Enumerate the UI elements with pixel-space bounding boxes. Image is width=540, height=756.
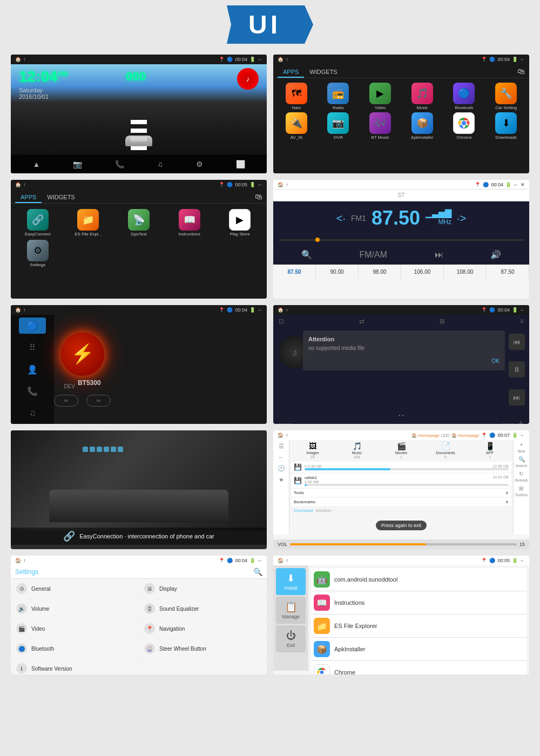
- fm-back-btn[interactable]: ←: [520, 433, 525, 438]
- app-apk[interactable]: 📦 ApkInstaller: [402, 112, 442, 140]
- expand-icon[interactable]: ⬜: [236, 160, 245, 168]
- settings-video[interactable]: 🎬 Video: [11, 619, 139, 639]
- installer-item-esfile[interactable]: 📁 ES File Explorer: [311, 615, 526, 638]
- settings-volume[interactable]: 🔊 Volume: [11, 599, 139, 619]
- fm-app[interactable]: 📱 APP 7: [468, 442, 511, 459]
- bt-tab-calls[interactable]: 📞: [19, 383, 46, 399]
- app-radio[interactable]: 📻 Radio: [319, 83, 359, 110]
- freq-item-5[interactable]: 108.00: [444, 265, 487, 279]
- nav-icon[interactable]: ▲: [32, 160, 40, 168]
- freq-item-6[interactable]: 87.50: [487, 265, 529, 279]
- bt-tab-apps[interactable]: ⠿: [19, 339, 46, 355]
- settings-back-btn[interactable]: ←: [258, 558, 262, 563]
- app-chrome[interactable]: Chrome: [444, 112, 484, 140]
- camera-icon[interactable]: 📷: [73, 160, 82, 168]
- radio-tuning-slider[interactable]: [273, 235, 529, 245]
- app-instructions[interactable]: 📖 Instructions: [166, 209, 213, 237]
- freq-item-1[interactable]: 87.50: [273, 265, 316, 279]
- installer-btn-manage[interactable]: 📋 Manage: [276, 597, 306, 624]
- settings-search-icon[interactable]: 🔍: [253, 568, 262, 576]
- search-icon[interactable]: 🔍: [301, 249, 312, 260]
- freq-item-2[interactable]: 90.00: [316, 265, 359, 279]
- app-music[interactable]: 🎵 Music: [402, 83, 442, 110]
- apps-back[interactable]: ←: [520, 57, 525, 62]
- skip-next-btn[interactable]: ⏭: [509, 389, 525, 406]
- installer-btn-install[interactable]: ⬇ Install: [276, 568, 306, 595]
- skip-prev-btn[interactable]: ⏮: [509, 334, 525, 350]
- bt-tab-contacts[interactable]: 👤: [19, 361, 46, 377]
- tab-apps[interactable]: APPS: [278, 67, 304, 78]
- settings-steer[interactable]: 🎡 Steer Wheel Button: [139, 639, 267, 659]
- music-list-icon[interactable]: ≡: [520, 318, 524, 325]
- app-esfile[interactable]: 📁 ES File Expl...: [65, 209, 112, 237]
- app-playstore[interactable]: ▶ Play Store: [216, 209, 264, 237]
- installer-item-apk[interactable]: 📦 ApkInstaller: [311, 638, 526, 661]
- app-bt-music[interactable]: 🎶 BT Music: [360, 112, 400, 140]
- fm-search-icon[interactable]: 🔍Search: [515, 456, 527, 468]
- app-bluetooth[interactable]: 🔵 Bluetooth: [444, 83, 484, 110]
- settings-bt[interactable]: 🔵 Bluetooth: [11, 639, 139, 659]
- installer-back-btn[interactable]: ←: [520, 558, 525, 563]
- tab-widgets[interactable]: WIDGETS: [304, 67, 342, 78]
- settings-display[interactable]: 🖥 Display: [139, 579, 267, 599]
- bt-btn-1[interactable]: ∞: [54, 395, 78, 407]
- app-avin[interactable]: 🔌 AV_IN: [276, 112, 316, 140]
- music-shuffle-icon[interactable]: ⇄: [359, 318, 364, 325]
- bt-tab-music[interactable]: ♫: [19, 405, 46, 421]
- bt-btn-2[interactable]: ∞: [86, 395, 111, 407]
- radio-close[interactable]: ✕: [521, 182, 525, 187]
- app-downloads[interactable]: ⬇ Downloads: [486, 112, 526, 140]
- fm-drive-0[interactable]: 💾 0 5.30 GB 12.58 GB: [291, 462, 511, 473]
- fm-new-icon[interactable]: +New: [517, 442, 525, 454]
- store-icon2[interactable]: 🛍: [255, 192, 262, 201]
- installer-item-instructions[interactable]: 📖 Instructions: [311, 591, 526, 615]
- fm-bookmarks-row[interactable]: Bookmarks ∧: [291, 498, 511, 506]
- fm-refresh-icon[interactable]: ↻Refresh: [515, 471, 528, 483]
- settings-nav[interactable]: 📍 Navigation: [139, 619, 267, 639]
- settings-nav-icon[interactable]: ⚙: [196, 160, 203, 168]
- apps2-back[interactable]: ←: [258, 182, 262, 187]
- app-gps[interactable]: 📡 GpsTest: [115, 209, 163, 237]
- settings-general[interactable]: ⚙ General: [11, 579, 139, 599]
- pause-btn[interactable]: ⏸: [509, 361, 525, 377]
- fm-images[interactable]: 🖼 Images 24: [291, 442, 334, 459]
- freq-next[interactable]: ·>: [457, 212, 466, 225]
- fm-am-label[interactable]: FM/AM: [359, 250, 387, 260]
- music-nav-icon[interactable]: ♫: [157, 160, 163, 168]
- fm-tools-row[interactable]: Tools ∨: [291, 489, 511, 497]
- music-thumbnail-icon[interactable]: ⊡: [279, 318, 284, 325]
- freq-prev[interactable]: <·: [336, 212, 346, 225]
- fm-toolbox-icon[interactable]: ⊞Toolbox: [515, 485, 528, 497]
- app-easy[interactable]: 🔗 EasyConnect: [14, 209, 62, 237]
- freq-item-3[interactable]: 98.00: [359, 265, 401, 279]
- music-button[interactable]: ♪: [237, 68, 259, 90]
- dialog-ok-btn[interactable]: OK: [308, 355, 500, 365]
- fm-weather-label[interactable]: Weather: [316, 508, 332, 513]
- fm-download-label[interactable]: Download: [294, 508, 313, 513]
- radio-back[interactable]: ←: [514, 182, 518, 187]
- music-back-btn[interactable]: ←: [520, 307, 525, 313]
- bt-back-btn[interactable]: ←: [258, 307, 262, 313]
- fm-docs[interactable]: 📄 Documents 0: [424, 442, 467, 459]
- app-video[interactable]: ▶ Video: [360, 83, 400, 110]
- installer-btn-exit[interactable]: ⏻ Exit: [276, 625, 306, 652]
- fm-vol-track[interactable]: [290, 543, 517, 545]
- app-car-setting[interactable]: 🔧 Car Setting: [486, 83, 526, 110]
- app-dvr[interactable]: 📷 DVR: [319, 112, 359, 140]
- store-icon[interactable]: 🛍: [517, 67, 525, 76]
- home-back[interactable]: ←: [258, 57, 262, 62]
- app-navi[interactable]: 🗺 Navi: [276, 83, 316, 110]
- fm-menu-icon[interactable]: ☰: [279, 443, 284, 450]
- fm-movies[interactable]: 🎬 Movies 1: [380, 442, 423, 459]
- fm-drive-1[interactable]: 💾 udisk1 14.63 GB 4.09 MB: [291, 474, 511, 488]
- settings-eq[interactable]: 🎛 Sound Equalizer: [139, 599, 267, 619]
- installer-item-chrome[interactable]: Chrome: [311, 661, 526, 674]
- bt-tab-bt[interactable]: 🔵: [19, 318, 46, 334]
- fm-back-icon[interactable]: ←: [278, 454, 284, 461]
- volume-icon[interactable]: 🔊: [490, 249, 501, 260]
- tab-apps2[interactable]: APPS: [15, 192, 42, 203]
- fm-music[interactable]: 🎵 Music 208: [335, 442, 379, 459]
- music-equalizer-icon[interactable]: ⊞: [440, 318, 445, 325]
- freq-item-4[interactable]: 106.00: [401, 265, 444, 279]
- fm-clock-icon[interactable]: 🕐: [278, 465, 285, 472]
